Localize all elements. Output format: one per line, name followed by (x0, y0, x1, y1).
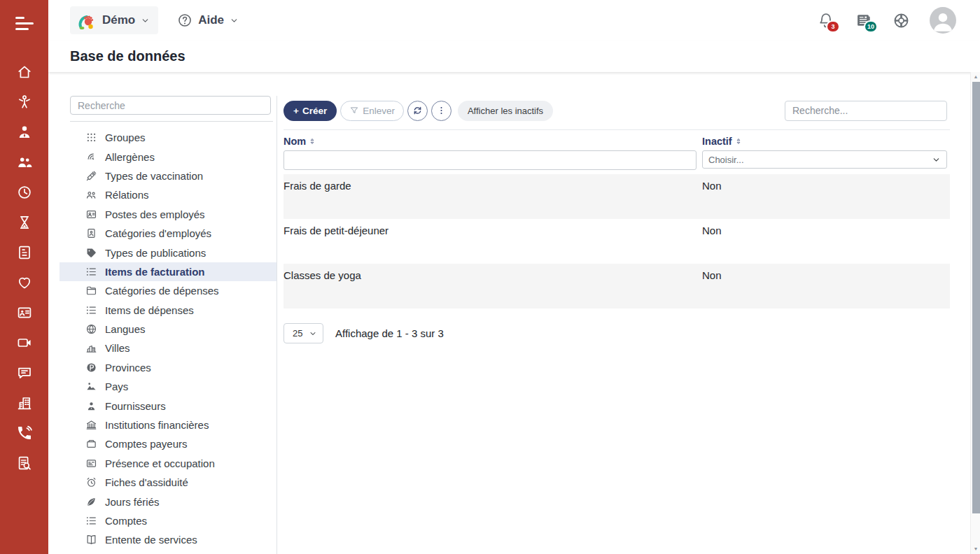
funnel-icon (349, 106, 359, 115)
kebab-menu-icon (436, 105, 447, 116)
p-circle-icon (85, 362, 97, 374)
refresh-button[interactable] (407, 101, 428, 121)
card-person-icon (85, 208, 97, 220)
db-nav-item[interactable]: Catégories d'employés (59, 224, 276, 243)
scroll-down-arrow[interactable]: ▼ (971, 545, 980, 553)
db-nav-item[interactable]: Types de vaccination (59, 166, 276, 185)
tag-icon (85, 247, 97, 259)
rail-invoice-button[interactable] (16, 244, 33, 261)
table-row[interactable]: Frais de gardeNon (284, 174, 950, 219)
db-nav-item[interactable]: Items de facturation (59, 262, 276, 281)
bank-icon (85, 419, 97, 431)
cell-nom: Classes de yoga (284, 269, 702, 308)
rail-building-button[interactable] (16, 395, 33, 411)
db-nav-item[interactable]: Jours fériés (59, 492, 276, 511)
page-size-select[interactable]: 25 (284, 323, 323, 343)
filter-nom-input[interactable] (284, 150, 696, 170)
rail-video-camera-button[interactable] (16, 334, 33, 351)
building-icon (16, 395, 33, 411)
list-icon (85, 304, 97, 316)
book-icon (85, 534, 97, 546)
cell-nom: Frais de petit-déjeuner (284, 225, 702, 264)
table-search-input[interactable] (785, 101, 947, 121)
db-nav-item[interactable]: Langues (59, 320, 276, 339)
pagination: 25 Affichage de 1 - 3 sur 3 (284, 323, 950, 343)
app-logo (76, 10, 97, 31)
db-nav-item[interactable]: Rélations (59, 185, 276, 204)
db-nav-item[interactable]: Items de dépenses (59, 301, 276, 320)
column-header-nom[interactable]: Nom (284, 136, 702, 147)
column-header-inactif[interactable]: Inactif (702, 136, 950, 147)
db-nav-item[interactable]: Provinces (59, 358, 276, 377)
db-nav-item[interactable]: Villes (59, 339, 276, 357)
more-actions-button[interactable] (431, 101, 451, 121)
db-nav-search-input[interactable] (70, 96, 271, 115)
db-nav-item[interactable]: Entente de services (59, 530, 276, 549)
rail-clock-button[interactable] (16, 184, 33, 201)
list-icon (85, 266, 97, 278)
table-row[interactable]: Classes de yogaNon (284, 264, 950, 308)
families-icon (16, 154, 33, 171)
rail-chat-button[interactable] (16, 364, 33, 381)
db-nav-item[interactable]: Comptes payeurs (59, 434, 276, 453)
sort-icon (735, 137, 742, 145)
rail-report-search-button[interactable] (16, 455, 33, 471)
remove-filter-button[interactable]: Enlever (340, 101, 404, 121)
topbar-actions: 3 10 (817, 7, 980, 34)
db-nav-item-label: Allergènes (105, 151, 155, 163)
notifications-button[interactable]: 3 (817, 11, 835, 29)
support-lifebuoy-icon[interactable] (892, 12, 910, 29)
table-row[interactable]: Frais de petit-déjeunerNon (284, 219, 950, 264)
db-nav-item[interactable]: Groupes (59, 128, 276, 147)
db-nav-item[interactable]: Présence et occupation (59, 454, 276, 473)
scrollbar-thumb[interactable] (972, 82, 980, 513)
relations-icon (85, 189, 97, 201)
create-button[interactable]: + Créer (284, 101, 337, 121)
db-nav-item[interactable]: Pays (59, 377, 276, 396)
rail-educator-button[interactable] (16, 124, 33, 141)
rail-families-button[interactable] (16, 154, 33, 171)
heart-icon (16, 274, 33, 291)
home-icon (16, 64, 33, 80)
hamburger-menu-icon[interactable] (15, 17, 34, 30)
app-sidebar-rail (0, 0, 48, 554)
plus-icon: + (293, 106, 299, 116)
db-nav-item[interactable]: Postes des employés (59, 205, 276, 224)
rail-hourglass-button[interactable] (16, 214, 33, 231)
db-nav: GroupesAllergènesTypes de vaccinationRél… (59, 96, 276, 550)
db-nav-item[interactable]: Catégories de dépenses (59, 281, 276, 300)
chevron-down-icon (230, 16, 239, 25)
cell-inactif: Non (702, 269, 950, 308)
page-title: Base de données (70, 48, 186, 64)
user-avatar[interactable] (930, 7, 956, 34)
db-nav-item[interactable]: Comptes (59, 511, 276, 530)
landscape-icon (85, 381, 97, 392)
chevron-down-icon (141, 16, 150, 25)
rail-home-button[interactable] (16, 64, 33, 80)
rail-phone-button[interactable] (16, 425, 33, 441)
scroll-up-arrow[interactable]: ▲ (971, 73, 980, 81)
table-body: Frais de gardeNonFrais de petit-déjeuner… (284, 174, 950, 308)
filter-inactif-select[interactable]: Choisir... (702, 150, 947, 169)
db-nav-item[interactable]: Fournisseurs (59, 396, 276, 415)
notification-badge: 3 (826, 20, 840, 33)
db-nav-item[interactable]: Fiches d'assiduité (59, 473, 276, 492)
rail-id-card-button[interactable] (16, 304, 33, 321)
alarm-icon (85, 476, 97, 488)
show-inactive-button[interactable]: Afficher les inactifs (458, 101, 553, 121)
db-nav-item[interactable]: Types de publications (59, 243, 276, 262)
refresh-icon (412, 105, 423, 116)
org-switcher[interactable]: Démo (70, 6, 158, 34)
scrollbar[interactable]: ▲ ▼ (970, 72, 980, 554)
news-button[interactable]: 10 (855, 11, 873, 29)
help-menu[interactable]: Aide (177, 13, 239, 28)
phone-icon (16, 425, 33, 441)
rail-child-button[interactable] (16, 94, 33, 111)
topbar: Démo Aide 3 (48, 0, 980, 41)
db-nav-item-label: Provinces (105, 362, 151, 374)
db-nav-item[interactable]: Institutions financières (59, 416, 276, 434)
db-nav-item-label: Villes (105, 342, 130, 354)
rail-heart-button[interactable] (16, 274, 33, 291)
db-nav-item[interactable]: Allergènes (59, 147, 276, 166)
rail-icon-list (16, 64, 33, 485)
